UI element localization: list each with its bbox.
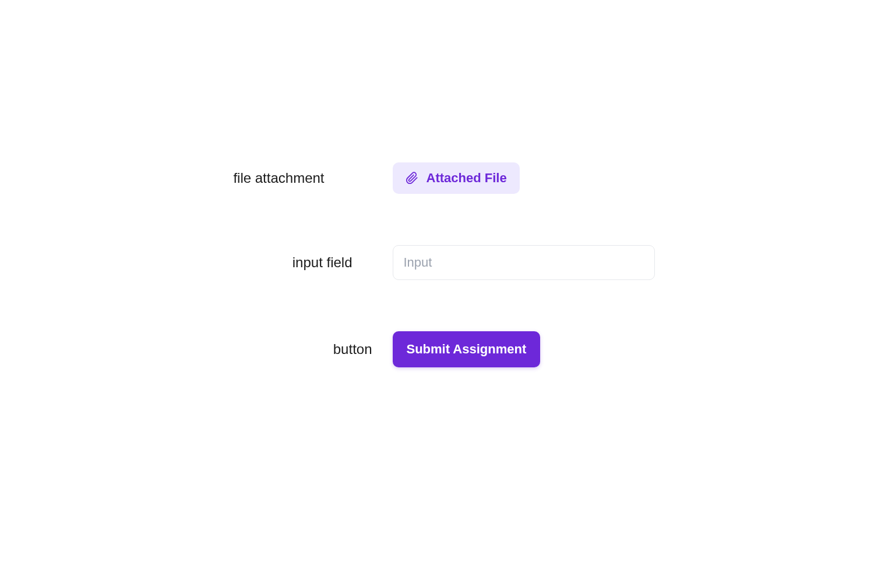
button-label: button — [267, 341, 372, 357]
input-row: input field — [227, 245, 655, 280]
submit-button[interactable]: Submit Assignment — [393, 331, 541, 367]
form-container: file attachment Attached File input fiel… — [227, 162, 655, 367]
button-row: button Submit Assignment — [227, 331, 655, 367]
input-label: input field — [248, 254, 353, 271]
attached-file-text: Attached File — [427, 171, 507, 186]
attached-file-chip[interactable]: Attached File — [393, 162, 520, 194]
attachment-row: file attachment Attached File — [227, 162, 655, 194]
paperclip-icon — [406, 172, 418, 185]
text-input[interactable] — [393, 245, 655, 280]
attachment-label: file attachment — [220, 170, 325, 186]
